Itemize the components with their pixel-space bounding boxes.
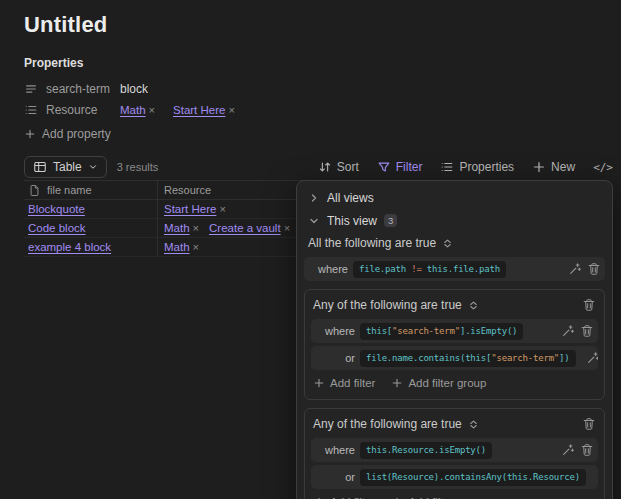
filter-expression-input[interactable]: list(Resource).containsAny(this.Resource… — [360, 469, 586, 486]
filter-prefix: or — [315, 471, 355, 483]
conjunction-label: Any of the following are true — [313, 417, 462, 431]
tag-remove-icon[interactable]: × — [219, 203, 225, 215]
filter-expression-input[interactable]: this["search-term"].isEmpty() — [360, 323, 523, 340]
properties-button-label: Properties — [459, 160, 514, 174]
tag-remove-icon[interactable]: × — [193, 222, 199, 234]
chevrons-up-down-icon — [468, 300, 479, 311]
group-conjunction-select[interactable]: Any of the following are true — [311, 413, 598, 435]
add-filter-label: Add filter — [330, 377, 375, 389]
sort-button[interactable]: Sort — [318, 160, 359, 174]
tag-link[interactable]: Math — [164, 241, 190, 253]
toolbar-actions: Sort Filter Properties New </> — [318, 160, 613, 174]
resource-tag: Math × — [164, 222, 199, 234]
code-view-button[interactable]: </> — [593, 161, 613, 174]
wand-icon[interactable] — [568, 262, 582, 276]
all-views-item[interactable]: All views — [304, 186, 605, 209]
tag-link[interactable]: Math — [120, 104, 146, 116]
column-header-file-name[interactable]: file name — [24, 181, 157, 199]
file-name-cell: Blockquote — [24, 200, 157, 218]
column-header-label: file name — [47, 184, 92, 196]
filter-prefix: where — [308, 263, 348, 275]
file-icon — [28, 184, 41, 197]
root-conjunction-select[interactable]: All the following are true — [304, 232, 605, 254]
group-conjunction-select[interactable]: Any of the following are true — [311, 294, 598, 316]
tag-remove-icon[interactable]: × — [284, 222, 290, 234]
tag-link[interactable]: Start Here — [173, 104, 225, 116]
new-button-label: New — [551, 160, 575, 174]
trash-icon[interactable] — [580, 324, 594, 338]
chevron-right-icon — [308, 192, 320, 204]
properties-icon — [440, 160, 454, 174]
properties-button[interactable]: Properties — [440, 160, 514, 174]
add-property-label: Add property — [42, 127, 111, 141]
group-add-row: Add filter Add filter group — [311, 373, 598, 393]
trash-icon[interactable] — [587, 262, 601, 276]
resource-tag: Math × — [164, 241, 199, 253]
properties-heading: Properties — [24, 56, 621, 70]
tag-link[interactable]: Math — [164, 222, 190, 234]
note-view: Untitled Properties search-term block Re… — [0, 0, 621, 499]
filter-prefix: where — [315, 444, 355, 456]
trash-icon[interactable] — [580, 443, 594, 457]
wand-icon[interactable] — [586, 351, 598, 365]
plus-icon — [313, 377, 325, 389]
add-filter-button[interactable]: Add filter — [313, 377, 375, 389]
new-button[interactable]: New — [532, 160, 575, 174]
tag-link[interactable]: Create a vault — [209, 222, 281, 234]
chevron-down-icon — [88, 162, 98, 172]
group-add-row: Add filter Add filter group — [311, 492, 598, 499]
wand-icon[interactable] — [561, 443, 575, 457]
add-property-button[interactable]: Add property — [24, 127, 111, 141]
trash-icon[interactable] — [582, 417, 596, 431]
column-header-label: Resource — [164, 184, 211, 196]
trash-icon[interactable] — [582, 298, 596, 312]
file-link[interactable]: Blockquote — [28, 203, 85, 215]
plus-icon — [532, 160, 546, 174]
sort-icon — [318, 160, 332, 174]
file-name-cell: example 4 block — [24, 238, 157, 256]
property-row-resource: Resource Math × Start Here × — [24, 99, 621, 120]
chevrons-up-down-icon — [442, 238, 453, 249]
file-link[interactable]: Code block — [28, 222, 86, 234]
property-tag: Start Here × — [173, 104, 235, 116]
wand-icon[interactable] — [596, 470, 598, 484]
property-label[interactable]: Resource — [46, 103, 112, 117]
property-label[interactable]: search-term — [46, 82, 112, 96]
filter-prefix: or — [315, 352, 355, 364]
property-tag: Math × — [120, 104, 155, 116]
tag-remove-icon[interactable]: × — [228, 104, 234, 116]
filter-group: Any of the following are true where this… — [304, 408, 605, 499]
wand-icon[interactable] — [561, 324, 575, 338]
property-value[interactable]: block — [120, 82, 148, 96]
filter-count-badge: 3 — [384, 214, 397, 228]
file-name-cell: Code block — [24, 219, 157, 237]
base-toolbar: Table 3 results Sort Filter — [24, 155, 613, 179]
this-view-item[interactable]: This view 3 — [304, 209, 605, 232]
filter-row: or list(Resource).containsAny(this.Resou… — [311, 465, 598, 489]
tag-remove-icon[interactable]: × — [193, 241, 199, 253]
results-count: 3 results — [117, 161, 159, 173]
all-views-label: All views — [327, 191, 374, 205]
filter-row: where file.path != this.file.path — [304, 257, 605, 281]
filter-expression-input[interactable]: file.path != this.file.path — [353, 261, 506, 278]
tag-remove-icon[interactable]: × — [149, 104, 155, 116]
view-selector-button[interactable]: Table — [24, 156, 107, 178]
property-row-search-term: search-term block — [24, 78, 621, 99]
filter-expression-input[interactable]: this.Resource.isEmpty() — [360, 442, 492, 459]
sort-label: Sort — [337, 160, 359, 174]
filter-panel: All views This view 3 All the following … — [296, 180, 613, 499]
text-property-icon — [24, 82, 38, 96]
filter-prefix: where — [315, 325, 355, 337]
filter-expression-input[interactable]: file.name.contains(this["search-term"]) — [360, 350, 576, 367]
page-title[interactable]: Untitled — [0, 0, 621, 38]
view-selector-label: Table — [53, 160, 82, 174]
tag-link[interactable]: Start Here — [164, 203, 216, 215]
table-view-icon — [33, 160, 47, 174]
filter-icon — [377, 160, 391, 174]
filter-button[interactable]: Filter — [377, 160, 423, 174]
filter-group: Any of the following are true where this… — [304, 289, 605, 400]
filter-label: Filter — [396, 160, 423, 174]
add-filter-group-button[interactable]: Add filter group — [391, 377, 486, 389]
resource-tag: Start Here × — [164, 203, 226, 215]
file-link[interactable]: example 4 block — [28, 241, 111, 253]
